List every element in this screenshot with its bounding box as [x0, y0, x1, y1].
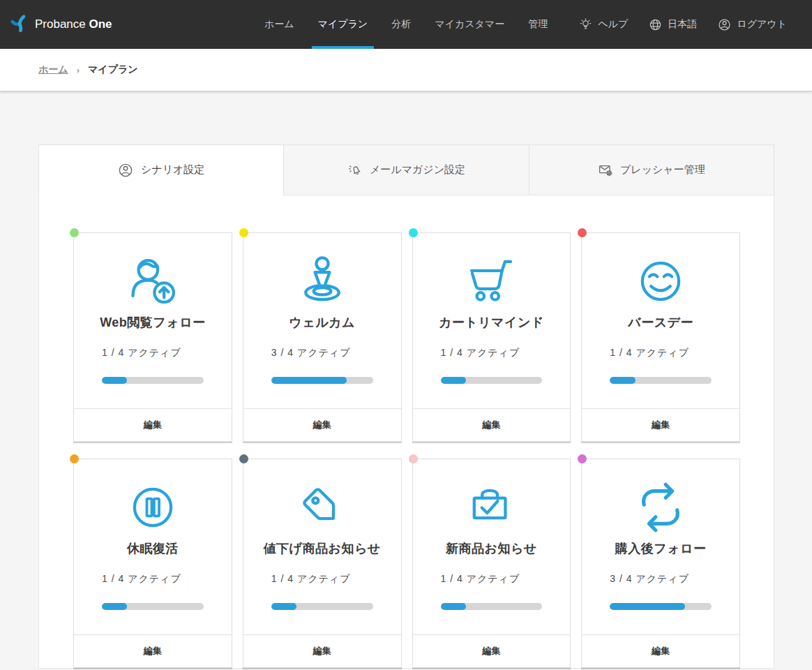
edit-button[interactable]: 編集: [243, 634, 401, 667]
tab-2[interactable]: プレッシャー管理: [529, 144, 774, 195]
card-status-dot: [409, 454, 418, 463]
bulb-icon: [579, 18, 592, 31]
progress-fill: [102, 603, 127, 610]
nav-item-0[interactable]: ホーム: [264, 0, 294, 49]
progress-fill: [271, 603, 296, 610]
card-active-count: 1 / 4 アクティブ: [582, 347, 739, 359]
utility-label: ヘルプ: [598, 18, 628, 31]
edit-button[interactable]: 編集: [413, 634, 571, 667]
welcome-icon: [243, 253, 401, 309]
progress-bar: [610, 377, 712, 384]
tab-0[interactable]: シナリオ設定: [38, 144, 284, 195]
card-body: 新商品お知らせ1 / 4 アクティブ: [413, 459, 571, 634]
megaphone-icon: [347, 163, 362, 177]
card-active-count: 1 / 4 アクティブ: [413, 573, 571, 586]
card-title: 新商品お知らせ: [413, 540, 571, 557]
plan-panel: シナリオ設定メールマガジン設定プレッシャー管理 Web閲覧フォロー1 / 4 ア…: [38, 144, 774, 669]
card-body: Web閲覧フォロー1 / 4 アクティブ: [74, 233, 232, 408]
nav-item-2[interactable]: 分析: [391, 0, 411, 49]
progress-fill: [271, 377, 347, 384]
progress-bar: [271, 603, 373, 610]
card-active-count: 1 / 4 アクティブ: [74, 347, 232, 359]
breadcrumb-separator: ›: [77, 65, 80, 75]
edit-button[interactable]: 編集: [582, 634, 739, 667]
edit-button[interactable]: 編集: [74, 408, 232, 441]
progress-bar: [441, 377, 543, 384]
progress-fill: [102, 377, 127, 384]
edit-button[interactable]: 編集: [243, 408, 401, 441]
scenario-card-6: 新商品お知らせ1 / 4 アクティブ編集: [412, 459, 571, 668]
progress-fill: [610, 377, 635, 384]
card-title: Web閲覧フォロー: [74, 314, 232, 331]
card-title: ウェルカム: [243, 314, 401, 331]
nav-item-3[interactable]: マイカスタマー: [435, 0, 504, 49]
scenario-card-4: 休眠復活1 / 4 アクティブ編集: [73, 459, 232, 668]
card-status-dot: [70, 228, 79, 237]
plan-tabs: シナリオ設定メールマガジン設定プレッシャー管理: [38, 144, 774, 195]
scenario-card-2: カートリマインド1 / 4 アクティブ編集: [412, 232, 571, 442]
utility-item-0[interactable]: ヘルプ: [579, 18, 628, 31]
progress-bar: [441, 603, 543, 610]
edit-button[interactable]: 編集: [582, 408, 739, 441]
globe-icon: [649, 18, 662, 31]
progress-bar: [102, 603, 204, 610]
progress-fill: [610, 603, 685, 610]
mail-gear-icon: [598, 163, 612, 177]
card-title: バースデー: [582, 314, 739, 331]
tab-label: メールマガジン設定: [370, 163, 465, 177]
repeat-icon: [582, 479, 739, 535]
tab-1[interactable]: メールマガジン設定: [283, 144, 529, 195]
breadcrumb-current: マイプラン: [88, 64, 138, 76]
probance-logo-icon: [10, 13, 29, 36]
nav-item-4[interactable]: 管理: [528, 0, 548, 49]
card-title: カートリマインド: [413, 314, 571, 331]
card-title: 購入後フォロー: [582, 540, 739, 557]
page-content: シナリオ設定メールマガジン設定プレッシャー管理 Web閲覧フォロー1 / 4 ア…: [0, 91, 812, 669]
cart-icon: [413, 253, 571, 309]
card-body: カートリマインド1 / 4 アクティブ: [413, 233, 571, 408]
card-title: 休眠復活: [74, 540, 232, 557]
scenario-card-0: Web閲覧フォロー1 / 4 アクティブ編集: [73, 232, 232, 442]
brand-logo[interactable]: Probance One: [10, 13, 112, 36]
progress-bar: [271, 377, 373, 384]
scenario-card-1: ウェルカム3 / 4 アクティブ編集: [243, 232, 402, 442]
utility-nav: ヘルプ日本語ログアウト: [579, 18, 787, 31]
progress-fill: [441, 377, 466, 384]
progress-bar: [610, 603, 712, 610]
breadcrumb-home-link[interactable]: ホーム: [38, 64, 68, 76]
scenario-card-3: バースデー1 / 4 アクティブ編集: [581, 232, 740, 442]
utility-item-2[interactable]: ログアウト: [718, 18, 787, 31]
utility-label: 日本語: [668, 18, 697, 31]
card-active-count: 1 / 4 アクティブ: [74, 573, 232, 586]
main-nav: ホームマイプラン分析マイカスタマー管理: [264, 0, 548, 49]
scenario-card-5: 値下げ商品お知らせ1 / 4 アクティブ編集: [243, 459, 402, 668]
edit-button[interactable]: 編集: [74, 634, 232, 667]
breadcrumb: ホーム › マイプラン: [0, 49, 812, 91]
card-active-count: 1 / 4 アクティブ: [243, 573, 401, 586]
card-status-dot: [239, 454, 248, 463]
card-body: バースデー1 / 4 アクティブ: [582, 233, 739, 408]
nav-item-1[interactable]: マイプラン: [318, 0, 368, 49]
brand-text: Probance One: [35, 17, 112, 31]
scenario-cards-grid: Web閲覧フォロー1 / 4 アクティブ編集ウェルカム3 / 4 アクティブ編集…: [39, 195, 774, 668]
edit-button[interactable]: 編集: [413, 408, 571, 441]
utility-item-1[interactable]: 日本語: [649, 18, 697, 31]
tab-label: プレッシャー管理: [620, 163, 705, 177]
smiley-icon: [582, 253, 739, 309]
scenario-card-7: 購入後フォロー3 / 4 アクティブ編集: [581, 459, 740, 668]
pause-circle-icon: [74, 479, 232, 535]
card-status-dot: [70, 454, 79, 463]
card-status-dot: [409, 228, 418, 237]
card-active-count: 1 / 4 アクティブ: [413, 347, 571, 359]
card-title: 値下げ商品お知らせ: [243, 540, 401, 557]
progress-fill: [441, 603, 466, 610]
card-active-count: 3 / 4 アクティブ: [243, 347, 401, 359]
person-upload-icon: [74, 253, 232, 309]
progress-bar: [102, 377, 204, 384]
user-circle-icon: [118, 163, 133, 178]
card-body: ウェルカム3 / 4 アクティブ: [243, 233, 401, 408]
card-body: 値下げ商品お知らせ1 / 4 アクティブ: [243, 459, 401, 634]
bag-check-icon: [413, 479, 571, 535]
card-active-count: 3 / 4 アクティブ: [582, 573, 739, 586]
user-icon: [718, 18, 731, 31]
